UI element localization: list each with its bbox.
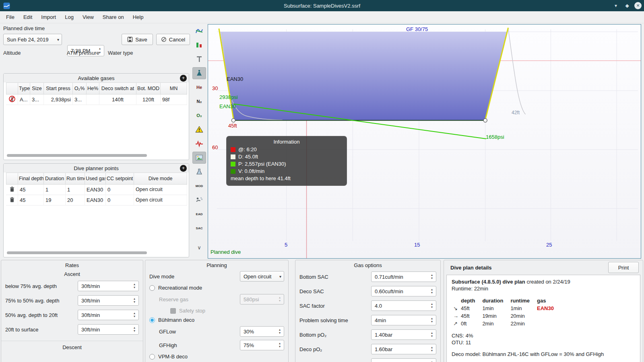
deco-sac-spinner[interactable]: 0.60cuft/min ▴ ▾: [371, 286, 436, 296]
spin-down-icon[interactable]: ▾: [132, 286, 137, 289]
ead-toggle-icon[interactable]: EAD: [192, 208, 206, 220]
waypoint-handle[interactable]: [231, 119, 235, 122]
spin-down-icon[interactable]: ▾: [277, 331, 282, 335]
gas-he[interactable]: [87, 95, 99, 105]
gas-bot-mod[interactable]: 120ft: [136, 95, 161, 105]
gas-size[interactable]: 3...: [30, 95, 44, 105]
spin-down-icon[interactable]: ▾: [132, 315, 137, 318]
spin-down-icon[interactable]: ▾: [429, 277, 434, 280]
menu-share-on[interactable]: Share on: [98, 12, 128, 22]
gas-row[interactable]: A... 3... 2,938psi 3... 140ft 120ft 98f: [6, 95, 187, 105]
add-gas-button[interactable]: +: [180, 75, 187, 82]
horizontal-scrollbar[interactable]: [7, 251, 147, 254]
point-dive-mode[interactable]: Open circuit: [134, 195, 187, 206]
ascent-rate-spinner-surface[interactable]: 30ft/min ▴ ▾: [78, 324, 139, 335]
profile-tooltip[interactable]: Information @: 6:20 D: 45.0ft P: 2,557ps…: [226, 136, 347, 186]
point-final-depth[interactable]: 45: [18, 195, 44, 206]
delete-point-icon[interactable]: [9, 186, 15, 192]
spin-down-icon[interactable]: ▾: [277, 345, 282, 348]
waypoint-handle[interactable]: [483, 119, 487, 122]
heart-rate-icon[interactable]: [192, 138, 206, 150]
spin-down-icon[interactable]: ▾: [132, 300, 137, 304]
menu-import[interactable]: Import: [37, 12, 60, 22]
gas-type[interactable]: A...: [18, 95, 30, 105]
spin-down-icon[interactable]: ▾: [429, 291, 434, 294]
point-dive-mode[interactable]: Open circuit: [134, 185, 187, 195]
dive-profile-chart[interactable]: GF 30/75 30 60 5 15 25 EAN30 2938psi EAN…: [208, 24, 641, 259]
pp-o2-icon[interactable]: O₂: [192, 109, 206, 121]
ceiling-warning-icon[interactable]: [192, 123, 206, 136]
plan-runtime: Runtime: 22min: [452, 285, 635, 292]
remove-gas-icon[interactable]: [8, 95, 16, 103]
gflow-spinner[interactable]: 30% ▴ ▾: [240, 326, 284, 337]
bottom-sac-spinner[interactable]: 0.71cuft/min ▴ ▾: [371, 272, 436, 282]
spin-down-icon[interactable]: ▾: [429, 306, 434, 309]
bottom-po2-spinner[interactable]: 1.40bar ▴ ▾: [371, 329, 436, 340]
point-cc-setpoint[interactable]: 0: [106, 185, 134, 195]
recreational-mode-radio[interactable]: [149, 285, 155, 291]
gas-start-press[interactable]: 2,938psi: [44, 95, 73, 105]
menu-view[interactable]: View: [78, 12, 98, 22]
date-combo[interactable]: Sun Feb 24, 2019 ▾: [3, 34, 62, 45]
horizontal-scrollbar[interactable]: [7, 154, 147, 157]
sac-factor-spinner[interactable]: 4.0 ▴ ▾: [371, 300, 436, 311]
point-run-time[interactable]: 20: [66, 195, 85, 206]
ascent-rate-spinner-20ft[interactable]: 30ft/min ▴ ▾: [78, 310, 139, 320]
buhlmann-deco-radio[interactable]: [149, 317, 155, 323]
menu-help[interactable]: Help: [128, 12, 148, 22]
ascent-rate-spinner-75[interactable]: 30ft/min ▴ ▾: [78, 281, 139, 291]
point-cc-setpoint[interactable]: 0: [106, 195, 134, 206]
point-run-time[interactable]: 1: [66, 185, 85, 195]
dive-mode-combo[interactable]: Open circuit ▾: [240, 271, 284, 282]
bottom-po2-label: Bottom pO₂: [299, 332, 326, 338]
menu-file[interactable]: File: [2, 12, 19, 22]
menu-edit[interactable]: Edit: [19, 12, 37, 22]
keep-above-icon[interactable]: ◆: [623, 3, 631, 8]
tissues-flask-icon[interactable]: [192, 166, 206, 178]
pp-graphs-icon[interactable]: [192, 25, 206, 37]
dive-planner-points-table[interactable]: Final depth Duration Run time Used gas C…: [6, 173, 187, 206]
add-point-button[interactable]: +: [180, 165, 187, 172]
deco-po2-spinner[interactable]: 1.60bar ▴ ▾: [371, 344, 436, 354]
menu-log[interactable]: Log: [60, 12, 78, 22]
delete-point-icon[interactable]: [9, 197, 15, 203]
best-mix-end-spinner[interactable]: 98ft ▴ ▾: [371, 358, 436, 362]
pictures-toggle-icon[interactable]: [192, 152, 206, 164]
spin-down-icon[interactable]: ▾: [429, 349, 434, 352]
ruler-icon[interactable]: [192, 53, 206, 65]
pp-n2-icon[interactable]: N₂: [192, 95, 206, 107]
scale-toggle-icon[interactable]: [192, 67, 206, 79]
save-button[interactable]: Save: [122, 34, 153, 45]
available-gases-table[interactable]: Type Size Start press O₂% He% Deco switc…: [6, 82, 187, 105]
point-final-depth[interactable]: 45: [18, 185, 44, 195]
spin-down-icon[interactable]: ▾: [429, 335, 434, 338]
gas-mnd[interactable]: 98f: [161, 95, 187, 105]
plan-gas: [537, 320, 561, 327]
deco-diver-icon[interactable]: [192, 194, 206, 206]
pp-he-icon[interactable]: He: [192, 81, 206, 93]
gas-pressures-icon[interactable]: [192, 39, 206, 51]
gfhigh-spinner[interactable]: 75% ▴ ▾: [240, 340, 284, 350]
planner-point-row[interactable]: 45 1 1 EAN30 0 Open circuit: [6, 185, 187, 195]
shade-window-icon[interactable]: ▾: [612, 3, 620, 8]
sac-toggle-icon[interactable]: SAC: [192, 222, 206, 234]
point-duration[interactable]: 19: [44, 195, 66, 206]
cancel-button[interactable]: Cancel: [156, 34, 190, 45]
close-icon[interactable]: ×: [634, 2, 642, 9]
spin-down-icon[interactable]: ▾: [132, 329, 137, 333]
gas-o2[interactable]: 3...: [73, 95, 87, 105]
mod-toggle-icon[interactable]: MOD: [192, 180, 206, 192]
print-button[interactable]: Print: [608, 262, 639, 273]
vpmb-deco-radio[interactable]: [149, 354, 155, 360]
gas-deco-switch[interactable]: 140ft: [99, 95, 136, 105]
point-used-gas[interactable]: EAN30: [85, 195, 106, 206]
spin-up-icon[interactable]: ▴: [429, 360, 434, 362]
ascent-rate-spinner-50[interactable]: 30ft/min ▴ ▾: [78, 295, 139, 306]
point-duration[interactable]: 1: [44, 185, 66, 195]
plan-duration: 19min: [482, 312, 510, 320]
spin-down-icon[interactable]: ▾: [429, 320, 434, 323]
point-used-gas[interactable]: EAN30: [85, 185, 106, 195]
scroll-down-icon[interactable]: ∨: [192, 241, 206, 253]
problem-solving-time-spinner[interactable]: 4min ▴ ▾: [371, 315, 436, 325]
planner-point-row[interactable]: 45 19 20 EAN30 0 Open circuit: [6, 195, 187, 206]
